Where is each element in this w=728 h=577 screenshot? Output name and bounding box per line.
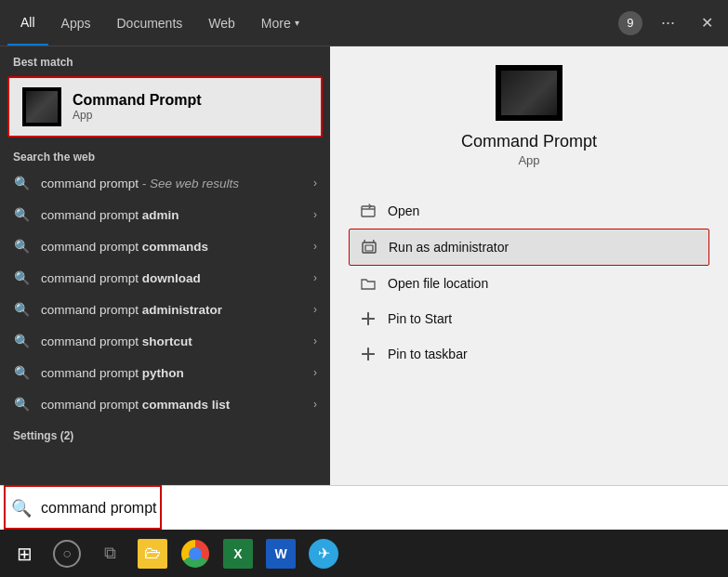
taskbar-word-button[interactable]: W <box>260 533 301 574</box>
nav-dots-button[interactable]: ··· <box>654 9 682 36</box>
svg-rect-0 <box>362 206 375 216</box>
action-pin-start[interactable]: Pin to Start <box>349 301 709 336</box>
search-input[interactable] <box>41 500 717 517</box>
admin-icon <box>359 237 379 257</box>
suggestion-text-2: command prompt commands <box>41 240 306 254</box>
start-menu: All Apps Documents Web More ▾ 9 ··· ✕ Be… <box>0 0 728 530</box>
tab-documents-label: Documents <box>116 16 182 31</box>
tab-all-label: All <box>20 15 35 30</box>
taskbar-windows-button[interactable]: ⊞ <box>4 533 45 574</box>
tab-documents[interactable]: Documents <box>103 0 195 46</box>
tab-all[interactable]: All <box>7 0 48 46</box>
nav-close-button[interactable]: ✕ <box>694 10 721 35</box>
app-preview-name: Command Prompt <box>461 132 597 151</box>
suggestion-text-5: command prompt shortcut <box>41 334 306 348</box>
action-open-file-location[interactable]: Open file location <box>349 266 709 301</box>
tab-apps[interactable]: Apps <box>48 0 104 46</box>
chevron-right-icon-0: › <box>313 177 317 190</box>
app-preview: Command Prompt App <box>349 65 709 167</box>
app-preview-type: App <box>518 153 539 167</box>
best-match-label: Best match <box>0 46 330 72</box>
best-match-text: Command Prompt App <box>73 92 202 122</box>
suggestion-python[interactable]: 🔍 command prompt python › <box>0 357 330 388</box>
windows-icon: ⊞ <box>17 543 33 565</box>
suggestion-commands[interactable]: 🔍 command prompt commands › <box>0 230 330 262</box>
chevron-right-icon-2: › <box>313 240 317 253</box>
suggestion-text-4: command prompt administrator <box>41 303 306 317</box>
taskbar-explorer-button[interactable]: 🗁 <box>132 533 173 574</box>
best-match-item[interactable]: Command Prompt App <box>7 76 323 138</box>
chevron-right-icon-6: › <box>313 366 317 379</box>
suggestion-admin[interactable]: 🔍 command prompt admin › <box>0 199 330 230</box>
left-panel: Best match Command Prompt App Search the… <box>0 46 330 530</box>
tab-web-label: Web <box>208 16 235 31</box>
explorer-icon: 🗁 <box>138 539 167 569</box>
suggestion-web-results[interactable]: 🔍 command prompt - See web results › <box>0 167 330 199</box>
right-panel: Command Prompt App Open Run as administr… <box>330 46 728 530</box>
action-run-as-admin[interactable]: Run as administrator <box>349 229 709 266</box>
tab-web[interactable]: Web <box>195 0 248 46</box>
chrome-icon <box>181 540 209 568</box>
telegram-icon: ✈ <box>309 539 338 569</box>
svg-rect-4 <box>367 312 369 325</box>
taskview-icon: ⧉ <box>104 544 116 563</box>
chevron-right-icon-3: › <box>313 271 317 284</box>
action-pin-taskbar-label: Pin to taskbar <box>388 347 468 361</box>
taskbar-chrome-button[interactable] <box>175 533 216 574</box>
excel-icon: X <box>223 539 253 569</box>
action-pin-taskbar[interactable]: Pin to taskbar <box>349 336 709 372</box>
suggestion-administrator[interactable]: 🔍 command prompt administrator › <box>0 294 330 325</box>
taskbar-taskview-button[interactable]: ⧉ <box>89 533 130 574</box>
search-icon-7: 🔍 <box>13 396 30 413</box>
open-icon <box>358 201 378 221</box>
settings-label: Settings (2) <box>0 420 330 446</box>
svg-rect-6 <box>367 348 369 361</box>
cmd-app-icon <box>22 87 61 126</box>
nav-right: 9 ··· ✕ <box>618 9 721 36</box>
svg-rect-2 <box>365 245 373 251</box>
suggestion-text-1: command prompt admin <box>41 208 306 222</box>
search-web-label: Search the web <box>0 141 330 167</box>
tab-more[interactable]: More ▾ <box>248 0 312 46</box>
search-bar-icon: 🔍 <box>11 498 32 518</box>
search-bar[interactable]: 🔍 <box>0 485 728 530</box>
chevron-right-icon-5: › <box>313 334 317 348</box>
suggestion-text-3: command prompt download <box>41 271 306 285</box>
chevron-right-icon-7: › <box>313 398 317 411</box>
taskbar-search-button[interactable]: ○ <box>46 533 87 574</box>
folder-icon <box>358 273 378 294</box>
suggestion-text-6: command prompt python <box>41 366 306 380</box>
taskbar-excel-button[interactable]: X <box>218 533 258 574</box>
search-icon: 🔍 <box>13 175 30 191</box>
search-icon-2: 🔍 <box>13 238 30 255</box>
tab-apps-label: Apps <box>61 16 91 31</box>
action-open-label: Open <box>388 203 419 218</box>
taskbar-telegram-button[interactable]: ✈ <box>303 533 344 574</box>
suggestion-text-7: command prompt commands list <box>41 398 306 412</box>
action-list: Open Run as administrator Open file loca… <box>349 193 709 372</box>
suggestion-commands-list[interactable]: 🔍 command prompt commands list › <box>0 388 330 420</box>
taskbar-search-circle: ○ <box>53 540 81 568</box>
suggestion-text-0: command prompt - See web results <box>41 177 306 190</box>
search-icon-5: 🔍 <box>13 333 30 349</box>
app-preview-icon <box>496 65 563 121</box>
pin-start-icon <box>358 308 378 329</box>
chevron-right-icon-1: › <box>313 208 317 221</box>
action-open[interactable]: Open <box>349 193 709 229</box>
chevron-down-icon: ▾ <box>295 18 299 28</box>
nav-tabs: All Apps Documents Web More ▾ 9 ··· ✕ <box>0 0 728 46</box>
best-match-name: Command Prompt <box>73 92 202 109</box>
action-open-file-location-label: Open file location <box>388 276 488 291</box>
main-content: Best match Command Prompt App Search the… <box>0 46 728 530</box>
search-icon-1: 🔍 <box>13 206 30 223</box>
taskbar: ⊞ ○ ⧉ 🗁 X W ✈ <box>0 530 728 577</box>
suggestion-download[interactable]: 🔍 command prompt download › <box>0 262 330 294</box>
tab-more-label: More <box>261 16 291 31</box>
word-icon: W <box>266 539 296 569</box>
search-icon-4: 🔍 <box>13 301 30 318</box>
search-icon-3: 🔍 <box>13 269 30 286</box>
suggestion-shortcut[interactable]: 🔍 command prompt shortcut › <box>0 325 330 357</box>
pin-taskbar-icon <box>358 344 378 364</box>
search-icon-6: 🔍 <box>13 364 30 381</box>
nav-badge: 9 <box>618 11 642 35</box>
